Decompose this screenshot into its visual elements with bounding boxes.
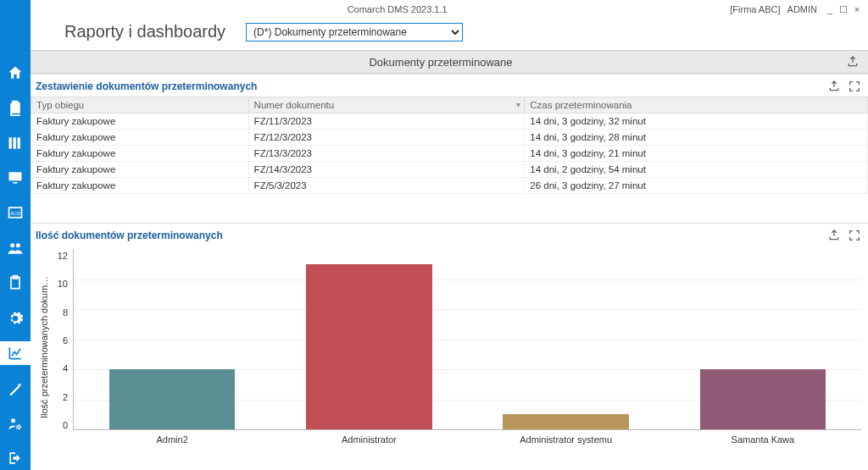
cell-type: Faktury zakupowe <box>31 162 249 178</box>
filter-icon[interactable]: ▾ <box>516 100 520 109</box>
sidebar-item-documents[interactable] <box>0 96 31 119</box>
cell-type: Faktury zakupowe <box>31 146 249 162</box>
table-fullscreen-button[interactable] <box>846 78 863 95</box>
table-export-button[interactable] <box>826 78 843 95</box>
chart-export-button[interactable] <box>826 227 843 244</box>
chart-panel: Ilość dokumentów przeterminowanych Ilość… <box>31 223 868 470</box>
cell-number: FZ/13/3/2023 <box>248 146 525 162</box>
export-button[interactable] <box>844 53 861 70</box>
svg-point-12 <box>18 425 20 428</box>
export-icon <box>827 229 841 242</box>
svg-point-11 <box>11 418 15 423</box>
sidebar-item-user-settings[interactable] <box>0 412 31 434</box>
sidebar-item-exit[interactable] <box>0 447 31 470</box>
users-icon <box>7 240 24 257</box>
table-panel-title: Zestawienie dokumentów przeterminowanych <box>36 80 826 92</box>
y-tick: 0 <box>63 420 68 430</box>
table-row[interactable]: Faktury zakupoweFZ/5/3/202326 dni, 3 god… <box>31 178 868 194</box>
bar-slot: Admin2 <box>74 249 270 429</box>
sidebar-item-settings[interactable] <box>0 307 31 329</box>
sidebar-item-wand[interactable] <box>0 377 31 400</box>
table-row[interactable]: Faktury zakupoweFZ/14/3/202314 dni, 2 go… <box>31 162 868 178</box>
window-maximize-button[interactable]: ☐ <box>837 4 849 15</box>
person-gear-icon <box>7 415 24 432</box>
bar[interactable] <box>306 264 432 429</box>
bar[interactable] <box>109 369 236 429</box>
sidebar-item-users[interactable] <box>0 236 31 259</box>
table-row[interactable]: Faktury zakupoweFZ/13/3/202314 dni, 3 go… <box>31 146 868 162</box>
table-row[interactable]: Faktury zakupoweFZ/11/3/202314 dni, 3 go… <box>31 113 868 130</box>
cell-number: FZ/14/3/2023 <box>248 162 525 178</box>
bar-category-label: Admin2 <box>74 434 270 445</box>
sidebar-item-books[interactable] <box>0 131 31 154</box>
y-axis-label: Ilość przeterminowanych dokum… <box>37 249 51 445</box>
bar-slot: Samanta Kawa <box>665 249 861 429</box>
books-icon <box>7 135 24 152</box>
svg-rect-3 <box>9 172 22 180</box>
report-selector[interactable]: (D*) Dokumenty przeterminowane <box>246 23 463 41</box>
bar[interactable] <box>700 369 826 429</box>
bar-slot: Administrator <box>270 249 467 429</box>
y-tick: 6 <box>63 335 68 346</box>
svg-rect-2 <box>18 137 20 148</box>
svg-rect-1 <box>14 137 16 148</box>
table-panel: Zestawienie dokumentów przeterminowanych… <box>31 74 868 223</box>
bar-category-label: Administrator systemu <box>468 434 665 445</box>
y-tick: 2 <box>63 392 68 402</box>
sidebar-item-reports[interactable] <box>0 341 31 364</box>
fullscreen-icon <box>848 229 861 242</box>
exit-icon <box>7 450 24 467</box>
company-label: [Firma ABC] <box>730 4 780 14</box>
sidebar-item-acd[interactable]: ACD <box>0 202 31 224</box>
wand-icon <box>7 380 24 397</box>
sidebar-item-home[interactable] <box>0 61 31 84</box>
acd-icon: ACD <box>7 204 24 221</box>
chart-panel-title: Ilość dokumentów przeterminowanych <box>36 229 826 241</box>
sidebar-item-clipboard[interactable] <box>0 272 31 295</box>
y-tick: 4 <box>63 363 68 373</box>
col-header-type[interactable]: Typ obiegu <box>31 97 249 113</box>
svg-point-8 <box>16 243 20 247</box>
group-title-bar: Dokumenty przeterminowane <box>31 50 868 74</box>
chart-icon <box>7 345 24 362</box>
fullscreen-icon <box>848 80 861 93</box>
export-icon <box>827 80 841 93</box>
home-icon <box>7 64 24 81</box>
cell-delay: 14 dni, 2 godziny, 54 minut <box>525 162 868 178</box>
chart-plot-area: Admin2AdministratorAdministrator systemu… <box>73 249 861 430</box>
window-minimize-button[interactable]: _ <box>824 4 836 14</box>
cell-number: FZ/11/3/2023 <box>248 113 525 130</box>
cell-number: FZ/5/3/2023 <box>248 178 525 194</box>
table-row[interactable]: Faktury zakupoweFZ/12/3/202314 dni, 3 go… <box>31 130 868 146</box>
page-title: Raporty i dashboardy <box>64 22 225 41</box>
col-header-number[interactable]: Numer dokumentu▾ <box>248 97 525 113</box>
chart-fullscreen-button[interactable] <box>846 227 863 244</box>
window-close-button[interactable]: × <box>851 4 863 14</box>
svg-point-7 <box>10 243 14 247</box>
cell-delay: 14 dni, 3 godziny, 21 minut <box>525 146 868 162</box>
gear-icon <box>7 310 24 327</box>
cell-type: Faktury zakupowe <box>31 130 249 146</box>
cell-delay: 14 dni, 3 godziny, 28 minut <box>525 130 868 146</box>
sidebar-item-monitor[interactable] <box>0 166 31 189</box>
user-label: ADMIN <box>787 4 817 14</box>
cell-delay: 26 dni, 3 godziny, 27 minut <box>525 178 868 194</box>
bar[interactable] <box>503 414 629 429</box>
cell-delay: 14 dni, 3 godziny, 32 minut <box>525 113 868 130</box>
export-icon <box>846 55 860 69</box>
svg-text:ACD: ACD <box>10 212 20 217</box>
overdue-table: Typ obiegu Numer dokumentu▾ Czas przeter… <box>31 97 868 194</box>
bar-category-label: Administrator <box>270 434 467 445</box>
clipboard-icon <box>7 274 24 291</box>
y-tick: 10 <box>58 279 68 289</box>
group-title: Dokumenty przeterminowane <box>37 56 844 69</box>
col-header-delay[interactable]: Czas przeterminowania <box>525 97 868 113</box>
sidebar: ACD <box>0 0 31 470</box>
y-tick: 8 <box>63 307 68 318</box>
bar-slot: Administrator systemu <box>468 249 665 429</box>
y-axis-ticks: 121086420 <box>51 249 73 445</box>
cell-type: Faktury zakupowe <box>31 178 249 194</box>
svg-rect-0 <box>9 137 12 148</box>
page-header: Raporty i dashboardy (D*) Dokumenty prze… <box>31 19 868 50</box>
titlebar: Comarch DMS 2023.1.1 [Firma ABC] ADMIN _… <box>31 0 868 19</box>
